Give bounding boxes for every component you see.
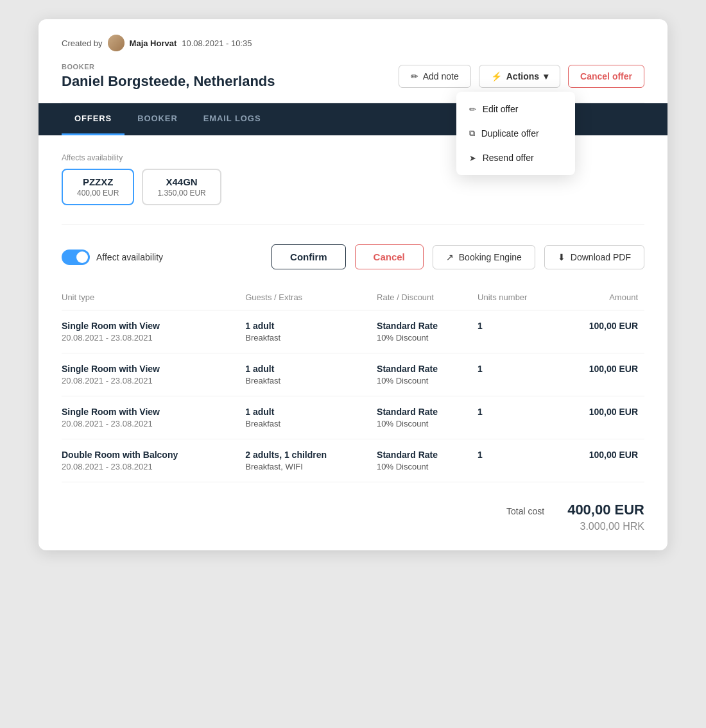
- table-header-row: Unit type Guests / Extras Rate / Discoun…: [62, 287, 644, 310]
- guests-1: 1 adult: [245, 321, 370, 331]
- confirm-button[interactable]: Confirm: [271, 244, 346, 269]
- edit-offer-label: Edit offer: [483, 104, 519, 114]
- duplicate-offer-label: Duplicate offer: [481, 128, 539, 139]
- date-range-3: 20.08.2021 - 23.08.2021: [62, 419, 239, 428]
- main-card: Created by Maja Horvat 10.08.2021 - 10:3…: [39, 19, 667, 550]
- created-by-label: Created by: [62, 38, 103, 48]
- cell-amount-3: 100,00 EUR: [562, 396, 644, 439]
- cancel-label: Cancel: [374, 251, 405, 262]
- rate-4: Standard Rate: [377, 450, 471, 460]
- cell-guests-4: 2 adults, 1 children Breakfast, WIFI: [245, 439, 377, 482]
- cell-guests-2: 1 adult Breakfast: [245, 353, 377, 396]
- dropdown-resend-offer[interactable]: ➤ Resend offer: [456, 146, 575, 170]
- discount-1: 10% Discount: [377, 333, 471, 343]
- total-row: Total cost 400,00 EUR: [506, 502, 644, 518]
- guests-2: 1 adult: [245, 364, 370, 374]
- cancel-offer-button[interactable]: Cancel offer: [568, 65, 644, 88]
- total-cost-secondary: 3.000,00 HRK: [580, 521, 644, 532]
- amount-2: 100,00 EUR: [562, 364, 638, 374]
- discount-3: 10% Discount: [377, 419, 471, 428]
- resend-offer-label: Resend offer: [483, 153, 534, 163]
- created-at: 10.08.2021 - 10:35: [182, 38, 252, 48]
- tab-offers-label: OFFERS: [74, 114, 112, 123]
- badge-price-x44gn: 1.350,00 EUR: [157, 189, 205, 198]
- duplicate-icon: ⧉: [469, 128, 475, 139]
- amount-3: 100,00 EUR: [562, 407, 638, 417]
- toggle-knob: [76, 251, 88, 263]
- actions-button[interactable]: ⚡ Actions ▾: [479, 65, 560, 88]
- pencil-icon: ✏: [411, 71, 418, 81]
- cell-units-4: 1: [478, 439, 562, 482]
- tab-email-logs[interactable]: EMAIL LOGS: [191, 103, 274, 135]
- table-head: Unit type Guests / Extras Rate / Discoun…: [62, 287, 644, 310]
- discount-2: 10% Discount: [377, 376, 471, 385]
- unit-type-title-1: Single Room with View: [62, 321, 239, 331]
- cell-rate-1: Standard Rate 10% Discount: [377, 310, 478, 353]
- units-1: 1: [478, 321, 555, 331]
- col-rate-discount: Rate / Discount: [377, 287, 478, 310]
- unit-type-title-2: Single Room with View: [62, 364, 239, 374]
- tab-booker[interactable]: BOOKER: [125, 103, 191, 135]
- unit-type-title-3: Single Room with View: [62, 407, 239, 417]
- action-bar: Affect availability Confirm Cancel ↗ Boo…: [62, 239, 644, 269]
- units-4: 1: [478, 450, 555, 460]
- discount-4: 10% Discount: [377, 462, 471, 471]
- cell-units-2: 1: [478, 353, 562, 396]
- actions-dropdown: ✏ Edit offer ⧉ Duplicate offer ➤ Resend …: [456, 92, 575, 175]
- extras-1: Breakfast: [245, 333, 370, 343]
- units-2: 1: [478, 364, 555, 374]
- badge-code-pzzxz: PZZXZ: [77, 176, 119, 187]
- cell-amount-4: 100,00 EUR: [562, 439, 644, 482]
- extras-2: Breakfast: [245, 376, 370, 385]
- col-units-number: Units number: [478, 287, 562, 310]
- booking-engine-button[interactable]: ↗ Booking Engine: [433, 245, 535, 269]
- external-link-icon: ↗: [446, 252, 454, 262]
- cell-guests-1: 1 adult Breakfast: [245, 310, 377, 353]
- created-by-name: Maja Horvat: [130, 38, 177, 48]
- booker-label: BOOKER: [62, 63, 275, 71]
- cell-rate-3: Standard Rate 10% Discount: [377, 396, 478, 439]
- table-row: Single Room with View 20.08.2021 - 23.08…: [62, 310, 644, 353]
- cell-unit-type-4: Double Room with Balcony 20.08.2021 - 23…: [62, 439, 245, 482]
- col-guests-extras: Guests / Extras: [245, 287, 377, 310]
- header-actions: ✏ Add note ⚡ Actions ▾ Cancel offer ✏ Ed…: [399, 65, 644, 88]
- cancel-offer-label: Cancel offer: [580, 71, 632, 81]
- badge-code-x44gn: X44GN: [157, 176, 205, 187]
- amount-1: 100,00 EUR: [562, 321, 638, 331]
- tab-booker-label: BOOKER: [137, 114, 178, 123]
- extras-4: Breakfast, WIFI: [245, 462, 370, 471]
- guests-3: 1 adult: [245, 407, 370, 417]
- cell-amount-2: 100,00 EUR: [562, 353, 644, 396]
- booker-name: Daniel Borgsteede, Netherlands: [62, 73, 275, 90]
- cancel-button[interactable]: Cancel: [355, 244, 424, 269]
- rate-1: Standard Rate: [377, 321, 471, 331]
- tab-offers[interactable]: OFFERS: [62, 103, 125, 135]
- affect-availability-toggle[interactable]: [62, 250, 90, 265]
- cell-units-1: 1: [478, 310, 562, 353]
- dropdown-duplicate-offer[interactable]: ⧉ Duplicate offer: [456, 121, 575, 146]
- cell-units-3: 1: [478, 396, 562, 439]
- cell-unit-type-2: Single Room with View 20.08.2021 - 23.08…: [62, 353, 245, 396]
- dropdown-edit-offer[interactable]: ✏ Edit offer: [456, 97, 575, 121]
- add-note-button[interactable]: ✏ Add note: [399, 65, 471, 88]
- offer-badge-pzzxz[interactable]: PZZXZ 400,00 EUR: [62, 169, 134, 205]
- amount-4: 100,00 EUR: [562, 450, 638, 460]
- cell-unit-type-1: Single Room with View 20.08.2021 - 23.08…: [62, 310, 245, 353]
- cell-rate-2: Standard Rate 10% Discount: [377, 353, 478, 396]
- download-icon: ⬇: [558, 252, 565, 262]
- tab-email-logs-label: EMAIL LOGS: [203, 114, 261, 123]
- date-range-4: 20.08.2021 - 23.08.2021: [62, 462, 239, 471]
- cell-unit-type-3: Single Room with View 20.08.2021 - 23.08…: [62, 396, 245, 439]
- col-unit-type: Unit type: [62, 287, 245, 310]
- offer-badge-x44gn[interactable]: X44GN 1.350,00 EUR: [142, 169, 221, 205]
- download-pdf-label: Download PDF: [571, 252, 631, 262]
- cell-amount-1: 100,00 EUR: [562, 310, 644, 353]
- booker-info: BOOKER Daniel Borgsteede, Netherlands: [62, 63, 275, 90]
- cell-rate-4: Standard Rate 10% Discount: [377, 439, 478, 482]
- booker-section: BOOKER Daniel Borgsteede, Netherlands ✏ …: [62, 63, 644, 103]
- rate-3: Standard Rate: [377, 407, 471, 417]
- table-row: Single Room with View 20.08.2021 - 23.08…: [62, 353, 644, 396]
- download-pdf-button[interactable]: ⬇ Download PDF: [544, 245, 644, 269]
- content-area: Affects availability PZZXZ 400,00 EUR X4…: [39, 135, 667, 550]
- total-cost-primary: 400,00 EUR: [567, 502, 644, 518]
